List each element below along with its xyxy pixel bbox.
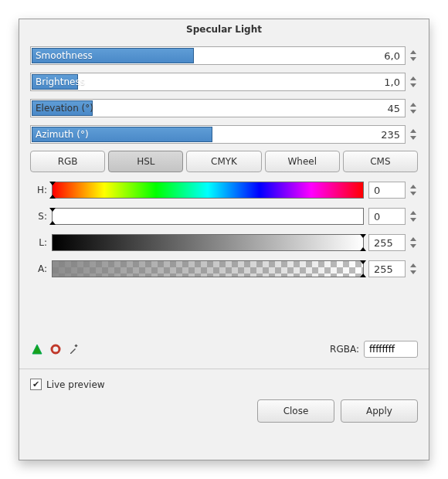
- chevron-down-icon[interactable]: [410, 57, 416, 61]
- swatch-stroke-icon[interactable]: [49, 342, 63, 356]
- channel-slider[interactable]: [52, 234, 364, 251]
- chevron-down-icon[interactable]: [410, 83, 416, 87]
- chevron-up-icon[interactable]: [410, 185, 416, 189]
- channel-value-field[interactable]: [372, 236, 402, 250]
- chevron-up-icon[interactable]: [410, 103, 416, 107]
- tab-cmyk[interactable]: CMYK: [186, 151, 261, 172]
- hsl-channels: H:S:L:A:: [30, 180, 418, 279]
- svg-marker-0: [32, 345, 42, 354]
- channel-value-input[interactable]: [368, 182, 406, 199]
- rgba-input[interactable]: [364, 341, 418, 358]
- rgba-label: RGBA:: [330, 344, 359, 355]
- slider-spinner[interactable]: [409, 125, 418, 144]
- chevron-up-icon[interactable]: [410, 129, 416, 133]
- slider-value: 45: [387, 100, 400, 117]
- channel-value-input[interactable]: [368, 260, 406, 277]
- chevron-down-icon[interactable]: [410, 244, 416, 248]
- marker-top-icon[interactable]: [360, 234, 366, 238]
- live-preview-label: Live preview: [46, 379, 105, 390]
- tab-hsl[interactable]: HSL: [108, 151, 183, 172]
- channel-slider[interactable]: [52, 208, 364, 225]
- chevron-up-icon[interactable]: [410, 50, 416, 54]
- specular-light-dialog: Specular Light Smoothness6,0Brightness1,…: [19, 19, 429, 460]
- slider-label: Azimuth (°): [36, 126, 89, 143]
- slider-spinner[interactable]: [409, 99, 418, 117]
- slider-track[interactable]: Brightness1,0: [30, 73, 406, 91]
- color-mode-tabs: RGBHSLCMYKWheelCMS: [30, 151, 418, 172]
- tab-wheel[interactable]: Wheel: [265, 151, 340, 172]
- slider-label: Brightness: [36, 73, 85, 90]
- marker-bottom-icon[interactable]: [49, 221, 56, 225]
- slider-track[interactable]: Smoothness6,0: [30, 46, 406, 65]
- marker-bottom-icon[interactable]: [360, 247, 366, 251]
- chevron-up-icon[interactable]: [410, 263, 416, 267]
- slider-value: 1,0: [384, 73, 400, 90]
- apply-button[interactable]: Apply: [341, 399, 418, 423]
- channel-slider[interactable]: [52, 260, 364, 277]
- live-preview-checkbox[interactable]: ✔: [30, 379, 42, 390]
- dialog-title: Specular Light: [19, 19, 429, 39]
- channel-spinner[interactable]: [409, 233, 418, 252]
- close-button[interactable]: Close: [257, 399, 334, 423]
- marker-top-icon[interactable]: [49, 208, 56, 212]
- channel-slider[interactable]: [52, 182, 364, 199]
- color-tool-row: RGBA:: [30, 341, 418, 358]
- chevron-up-icon[interactable]: [410, 237, 416, 241]
- channel-s: S:: [30, 206, 418, 226]
- channel-label: H:: [30, 185, 47, 195]
- channel-spinner[interactable]: [409, 260, 418, 278]
- slider-azimuth: Azimuth (°)235: [30, 124, 418, 144]
- svg-rect-2: [74, 344, 77, 347]
- channel-label: A:: [30, 263, 47, 274]
- chevron-down-icon[interactable]: [410, 192, 416, 195]
- channel-l: L:: [30, 233, 418, 253]
- parameter-sliders: Smoothness6,0Brightness1,0Elevation (°)4…: [30, 46, 418, 144]
- marker-top-icon[interactable]: [360, 260, 366, 264]
- marker-bottom-icon[interactable]: [360, 273, 366, 277]
- eyedropper-icon[interactable]: [67, 342, 81, 356]
- rgba-field[interactable]: [368, 343, 414, 355]
- chevron-down-icon[interactable]: [410, 136, 416, 140]
- channel-value-input[interactable]: [368, 234, 406, 251]
- slider-value: 235: [381, 126, 400, 143]
- chevron-down-icon[interactable]: [410, 110, 416, 114]
- slider-track[interactable]: Azimuth (°)235: [30, 125, 406, 144]
- svg-point-1: [52, 345, 59, 353]
- slider-label: Elevation (°): [36, 100, 93, 117]
- marker-top-icon[interactable]: [49, 182, 56, 185]
- channel-a: A:: [30, 259, 418, 279]
- channel-spinner[interactable]: [409, 181, 418, 199]
- chevron-up-icon[interactable]: [410, 76, 416, 80]
- chevron-down-icon[interactable]: [410, 218, 416, 222]
- slider-brightness: Brightness1,0: [30, 72, 418, 92]
- slider-elevation: Elevation (°)45: [30, 98, 418, 118]
- channel-label: S:: [30, 211, 47, 222]
- slider-smoothness: Smoothness6,0: [30, 46, 418, 66]
- chevron-up-icon[interactable]: [410, 211, 416, 215]
- channel-value-field[interactable]: [372, 263, 402, 276]
- marker-bottom-icon[interactable]: [49, 195, 56, 199]
- tab-cms[interactable]: CMS: [343, 151, 418, 172]
- channel-spinner[interactable]: [409, 207, 418, 226]
- channel-value-input[interactable]: [368, 208, 406, 225]
- slider-track[interactable]: Elevation (°)45: [30, 99, 406, 117]
- channel-value-field[interactable]: [372, 184, 402, 197]
- slider-value: 6,0: [384, 47, 400, 64]
- channel-value-field[interactable]: [372, 210, 402, 223]
- slider-spinner[interactable]: [409, 73, 418, 91]
- tab-rgb[interactable]: RGB: [30, 151, 105, 172]
- separator: [19, 369, 429, 369]
- channel-label: L:: [30, 237, 47, 248]
- live-preview-row[interactable]: ✔ Live preview: [30, 377, 418, 392]
- slider-label: Smoothness: [36, 47, 93, 64]
- chevron-down-icon[interactable]: [410, 270, 416, 274]
- slider-spinner[interactable]: [409, 46, 418, 65]
- channel-h: H:: [30, 180, 418, 200]
- swatch-fill-icon[interactable]: [30, 342, 44, 356]
